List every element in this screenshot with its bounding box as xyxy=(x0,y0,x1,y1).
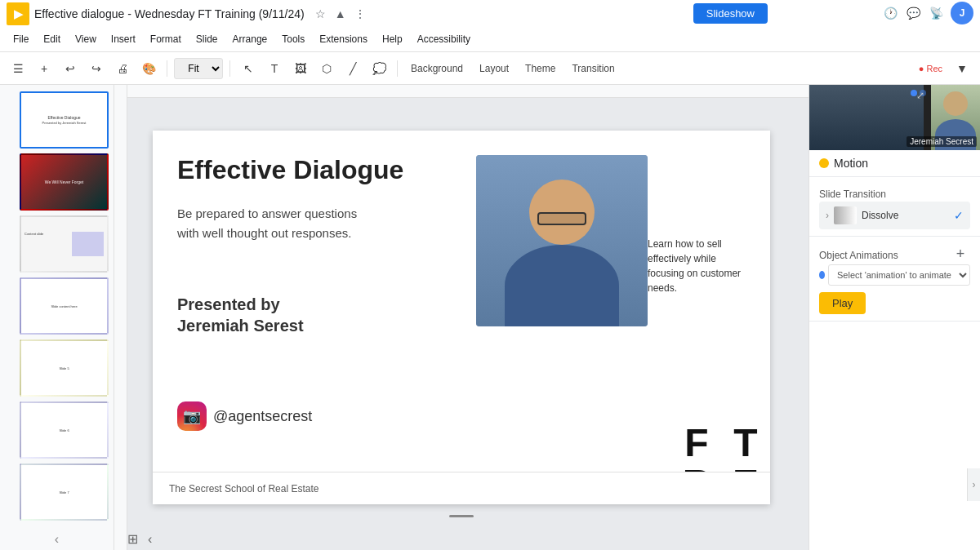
theme-button[interactable]: Theme xyxy=(519,60,562,78)
history-icon[interactable]: 🕐 xyxy=(882,5,898,21)
slide-right-text: Learn how to sell effectively while focu… xyxy=(648,237,754,295)
slide-thumb-3[interactable]: 3 Content slide xyxy=(20,215,109,273)
ruler-top xyxy=(114,85,808,98)
slide-thumb-inner-3: Content slide xyxy=(21,217,107,271)
slide-thumb-6[interactable]: 6 Slide 6 xyxy=(20,401,109,459)
transition-button[interactable]: Transition xyxy=(565,60,621,78)
slide-thumb-wrap-6: 6 Slide 6 xyxy=(20,401,109,459)
object-animations-section: Object Animations + Select 'animation' t… xyxy=(809,237,980,322)
main-area: 1 Effective DialoguePresented by Jeremia… xyxy=(0,85,980,550)
menu-slide[interactable]: Slide xyxy=(189,30,225,48)
menu-help[interactable]: Help xyxy=(376,30,409,48)
menu-file[interactable]: File xyxy=(7,30,35,48)
subtitle-line2: with well thought out responses. xyxy=(177,226,351,240)
slide-thumb-inner-1: Effective DialoguePresented by Jeremiah … xyxy=(21,93,107,147)
slide-thumb-5[interactable]: 5 Slide 5 xyxy=(20,339,109,397)
slide-progress-dots xyxy=(449,515,474,517)
redo-button[interactable]: ↪ xyxy=(85,57,108,80)
menu-tools[interactable]: Tools xyxy=(275,30,311,48)
menu-arrange[interactable]: Arrange xyxy=(226,30,274,48)
menu-format[interactable]: Format xyxy=(144,30,188,48)
image-button[interactable]: 🖼 xyxy=(289,57,312,80)
anim-select-row: Select 'animation' to animate xyxy=(819,264,970,286)
animation-select[interactable]: Select 'animation' to animate xyxy=(828,264,970,286)
motion-title: Motion xyxy=(819,157,970,170)
dissolve-chevron: › xyxy=(826,210,829,221)
obj-anim-header: Object Animations + xyxy=(819,243,970,264)
slide-thumb-wrap-1: 1 Effective DialoguePresented by Jeremia… xyxy=(20,91,109,149)
rec-button[interactable]: ● Rec xyxy=(914,57,947,80)
dissolve-row[interactable]: › Dissolve ✓ xyxy=(819,202,970,229)
slideshow-button[interactable]: Slideshow xyxy=(693,3,768,24)
menu-insert[interactable]: Insert xyxy=(105,30,142,48)
chat-icon[interactable]: 💬 xyxy=(905,5,921,21)
menus-button[interactable]: ☰ xyxy=(7,57,29,80)
panel-collapse-icon[interactable]: ‹ xyxy=(55,532,59,547)
glasses xyxy=(537,212,586,225)
new-slide-button[interactable]: + xyxy=(33,57,56,80)
slide-thumb-inner-6: Slide 6 xyxy=(21,403,107,457)
ruler-left xyxy=(114,85,127,550)
collapse-button[interactable]: ▼ xyxy=(951,57,973,80)
menu-accessibility[interactable]: Accessibility xyxy=(411,30,477,48)
dissolve-check: ✓ xyxy=(954,209,964,222)
background-button[interactable]: Background xyxy=(404,60,470,78)
top-bar: ▶ Effective dialogue - Wednesday FT Trai… xyxy=(0,0,980,52)
paint-format-button[interactable]: 🎨 xyxy=(137,57,160,80)
avatar[interactable]: J xyxy=(951,2,973,24)
document-title: Effective dialogue - Wednesday FT Traini… xyxy=(34,7,305,20)
slide-thumb-wrap-3: 3 Content slide xyxy=(20,215,109,273)
slide-instagram: 📷 @agentsecrest xyxy=(177,401,312,431)
toolbar-divider-1 xyxy=(167,60,167,77)
slide-footer-text: The Secrest School of Real Estate xyxy=(169,483,318,495)
slide-thumb-1[interactable]: 1 Effective DialoguePresented by Jeremia… xyxy=(20,91,109,149)
menu-view[interactable]: View xyxy=(69,30,103,48)
dissolve-icon xyxy=(834,206,857,224)
star-icon[interactable]: ☆ xyxy=(313,6,329,22)
presented-line1: Presented by xyxy=(177,295,280,313)
play-button[interactable]: Play xyxy=(819,292,866,314)
top-right-area: 🕐 💬 📡 J xyxy=(776,0,980,26)
ft-letter-t: T xyxy=(721,423,770,464)
title-icons: ☆ ▲ ⋮ xyxy=(313,6,368,22)
bottom-left-icons: ⊞ ‹ xyxy=(127,531,152,547)
add-animation-button[interactable]: + xyxy=(951,244,970,264)
menu-edit[interactable]: Edit xyxy=(37,30,67,48)
slide-panel: 1 Effective DialoguePresented by Jeremia… xyxy=(0,85,114,550)
person-placeholder xyxy=(476,155,648,326)
undo-button[interactable]: ↩ xyxy=(59,57,82,80)
nav-prev-icon[interactable]: ‹ xyxy=(148,532,152,547)
slide-thumb-4[interactable]: 4 Slide content here xyxy=(20,277,109,335)
comment-button[interactable]: 💭 xyxy=(368,57,390,80)
grid-icon[interactable]: ⊞ xyxy=(127,531,138,547)
slide-transition-label: Slide Transition xyxy=(819,184,970,202)
panel-video-thumb: Jeremiah Secrest ⤢ xyxy=(809,85,980,150)
slide-thumb-7[interactable]: 7 Slide 7 xyxy=(20,464,109,521)
expand-icon[interactable]: ⤢ xyxy=(916,90,924,101)
presented-line2: Jeremiah Serest xyxy=(177,317,304,335)
slide-thumb-inner-7: Slide 7 xyxy=(21,465,107,519)
motion-section: Motion xyxy=(809,150,980,177)
person-body xyxy=(505,245,619,326)
motion-dot xyxy=(819,158,829,168)
line-button[interactable]: ╱ xyxy=(341,57,364,80)
instagram-icon: 📷 xyxy=(177,401,207,431)
cast-icon[interactable]: 📡 xyxy=(928,5,944,21)
text-button[interactable]: T xyxy=(263,57,286,80)
slide-transition-section: Slide Transition › Dissolve ✓ xyxy=(809,177,980,237)
layout-button[interactable]: Layout xyxy=(473,60,515,78)
right-panel: Jeremiah Secrest ⤢ Motion Slide Transiti… xyxy=(808,85,980,550)
collapse-chevron: › xyxy=(973,479,976,490)
slide-title: Effective Dialogue xyxy=(177,155,403,185)
zoom-select[interactable]: Fit 50% 75% 100% xyxy=(174,58,223,79)
shapes-button[interactable]: ⬡ xyxy=(315,57,338,80)
more-icon[interactable]: ⋮ xyxy=(352,6,368,22)
slide-canvas[interactable]: Effective Dialogue Be prepared to answer… xyxy=(153,131,770,504)
menu-extensions[interactable]: Extensions xyxy=(313,30,374,48)
drive-icon[interactable]: ▲ xyxy=(332,6,349,22)
right-panel-collapse[interactable]: › xyxy=(967,468,980,501)
print-button[interactable]: 🖨 xyxy=(111,57,134,80)
cursor-button[interactable]: ↖ xyxy=(237,57,260,80)
slide-thumb-2[interactable]: 2 We Will Never Forget xyxy=(20,153,109,211)
slide-thumb-inner-4: Slide content here xyxy=(21,279,107,333)
